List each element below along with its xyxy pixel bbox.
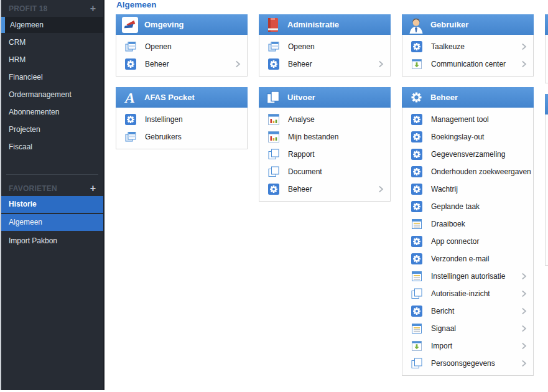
menu-item-gebruikers[interactable]: Gebruikers	[116, 128, 247, 146]
menu-item-beheer[interactable]: Beheer	[116, 55, 247, 73]
sidebar-item-abonnementen[interactable]: Abonnementen	[1, 103, 103, 121]
menu-item-bericht[interactable]: Bericht	[402, 302, 533, 320]
menu-item-beheer[interactable]: Beheer	[259, 55, 390, 73]
menu-item-communication-center[interactable]: Communication center	[402, 55, 533, 73]
sidebar-item-hrm[interactable]: HRM	[1, 51, 103, 68]
card-header[interactable]: Beheer	[402, 87, 534, 108]
gear-icon	[411, 201, 422, 212]
card-body	[545, 35, 548, 83]
menu-item-label: Management tool	[431, 115, 527, 124]
card-body: Management tool Boekingslay-out Gegevens…	[402, 108, 534, 376]
sidebar-item-projecten[interactable]: Projecten	[1, 121, 103, 138]
card-body: Taalkeuze Communication center	[402, 35, 534, 77]
menu-item-geplande-taak[interactable]: Geplande taak	[402, 198, 533, 215]
menu-item-instellingen[interactable]: Instellingen	[116, 111, 247, 128]
menu-item-autorisatie-inzicht[interactable]: Autorisatie-inzicht	[402, 285, 533, 302]
card-header[interactable]	[545, 94, 548, 114]
pages-outline-icon	[268, 166, 279, 177]
pages-outline-icon	[411, 358, 422, 369]
gear-icon	[125, 114, 136, 125]
card-header[interactable]	[545, 14, 548, 35]
menu-item-analyse[interactable]: Analyse	[259, 111, 390, 128]
menu-item-persoonsgegevens[interactable]: Persoonsgegevens	[402, 355, 533, 372]
card-column-3: Gebruiker Taalkeuze Communication center…	[402, 14, 534, 386]
chevron-right-icon	[378, 60, 384, 68]
card-header[interactable]: A AFAS Pocket	[116, 87, 248, 108]
gear-icon	[411, 166, 422, 177]
sidebar-item-ordermanagement[interactable]: Ordermanagement	[1, 86, 103, 103]
windows-icon	[125, 131, 136, 142]
card-title: Administratie	[287, 20, 339, 29]
menu-item-label: Draaiboek	[431, 220, 527, 228]
card-header[interactable]: Administratie	[259, 14, 391, 35]
card-body: Analyse Mijn bestanden Rapport Document …	[259, 108, 391, 202]
sidebar-item-algemeen[interactable]: Algemeen	[1, 17, 103, 33]
gear-icon	[411, 131, 422, 142]
menu-item-boekingslay-out[interactable]: Boekingslay-out	[402, 128, 533, 146]
download-icon	[411, 58, 422, 70]
menu-item-label: Import	[431, 342, 521, 350]
menu-item-wachtrij[interactable]: Wachtrij	[402, 180, 533, 198]
menu-item-label: Geplande taak	[431, 202, 527, 211]
menu-item-beheer[interactable]: Beheer	[259, 180, 390, 198]
card-afas-pocket: A AFAS Pocket Instellingen Gebruikers	[116, 87, 248, 149]
gear-icon	[411, 253, 422, 264]
menu-item-signaal[interactable]: Signaal	[402, 320, 533, 337]
menu-item-verzonden-e-mail[interactable]: Verzonden e-mail	[402, 250, 533, 268]
menu-item-document[interactable]: Document	[259, 163, 390, 180]
favorite-item-import-pakbon[interactable]: Import Pakbon	[1, 233, 103, 250]
menu-item-draaiboek[interactable]: Draaiboek	[402, 215, 533, 233]
menu-item-management-tool[interactable]: Management tool	[402, 111, 533, 128]
chevron-right-icon	[521, 360, 527, 367]
gear-icon	[268, 58, 279, 70]
chevron-right-icon	[235, 60, 241, 68]
card-beheer: Beheer Management tool Boekingslay-out G…	[402, 87, 534, 376]
menu-item-gegevensverzameling[interactable]: Gegevensverzameling	[402, 146, 533, 163]
menu-item-label: Wachtrij	[431, 185, 527, 194]
sidebar-item-crm[interactable]: CRM	[1, 34, 103, 51]
sidebar-item-financieel[interactable]: Financieel	[1, 68, 103, 86]
card-uitvoer: Uitvoer Analyse Mijn bestanden Rapport D…	[259, 87, 391, 202]
chevron-right-icon	[521, 290, 527, 297]
windows-icon	[125, 41, 136, 52]
menu-item-label: Communication center	[431, 60, 521, 68]
menu-item-app-connector[interactable]: App connector	[402, 233, 533, 250]
favorites-section-label: FAVORIETEN	[9, 184, 57, 193]
card-header[interactable]: Uitvoer	[259, 87, 391, 108]
menu-item-rapport[interactable]: Rapport	[259, 146, 390, 163]
favorite-item-historie[interactable]: Historie	[1, 196, 103, 213]
menu-item-label: Beheer	[288, 60, 378, 68]
card-body	[545, 114, 548, 266]
gear-icon	[268, 184, 279, 195]
page-title: Algemeen	[116, 0, 157, 9]
gear-icon	[411, 149, 422, 160]
menu-item-label: Boekingslay-out	[431, 133, 527, 141]
menu-item-openen[interactable]: Openen	[259, 38, 390, 55]
gear-icon	[411, 236, 422, 247]
add-icon[interactable]: +	[90, 4, 96, 13]
sidebar-nav: AlgemeenCRMHRMFinancieelOrdermanagementA…	[1, 17, 103, 156]
card-header[interactable]: Gebruiker	[402, 14, 534, 35]
menu-item-label: Bericht	[431, 307, 521, 315]
chevron-right-icon	[521, 273, 527, 280]
menu-item-taalkeuze[interactable]: Taalkeuze	[402, 38, 533, 55]
chevron-right-icon	[521, 325, 527, 332]
menu-item-label: Autorisatie-inzicht	[431, 289, 521, 298]
menu-item-instellingen-autorisatie[interactable]: Instellingen autorisatie	[402, 268, 533, 285]
card-header[interactable]: Omgeving	[116, 14, 248, 35]
menu-item-onderhouden-zoekweergaven[interactable]: Onderhouden zoekweergaven	[402, 163, 533, 180]
menu-item-label: Document	[288, 167, 384, 176]
sidebar-item-fiscaal[interactable]: Fiscaal	[1, 138, 103, 156]
pages-icon	[264, 89, 282, 106]
favorite-item-algemeen[interactable]: Algemeen	[1, 213, 103, 231]
menu-item-label: Gebruikers	[145, 133, 241, 141]
gear-icon	[411, 114, 422, 125]
card-body: Instellingen Gebruikers	[116, 108, 248, 149]
add-favorite-icon[interactable]: +	[90, 184, 96, 193]
chart-icon	[268, 131, 279, 142]
doc-list-icon	[411, 218, 422, 230]
menu-item-mijn-bestanden[interactable]: Mijn bestanden	[259, 128, 390, 146]
menu-item-openen[interactable]: Openen	[116, 38, 247, 55]
pages-outline-icon	[411, 288, 422, 299]
menu-item-import[interactable]: Import	[402, 337, 533, 355]
